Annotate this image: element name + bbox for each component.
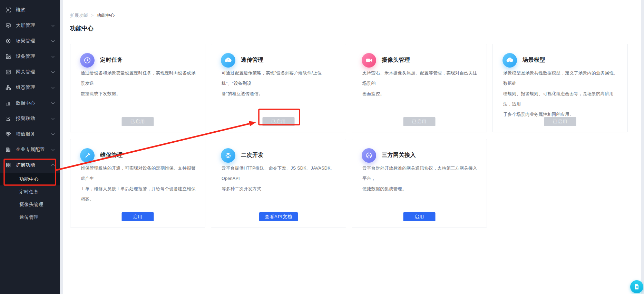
sidebar-item-gateway[interactable]: 网关管理 <box>0 64 60 80</box>
sidebar-subitem-passthrough[interactable]: 透传管理 <box>0 211 60 224</box>
sidebar-item-label: 组态管理 <box>16 84 35 91</box>
sidebar-subitem-timed-task[interactable]: 定时任务 <box>0 185 60 198</box>
card-description: 场景模型是场景共性数据模型，定义了场景内的业务属性、数据处 理规则、报警规则、可… <box>503 68 618 120</box>
enable-button[interactable]: 启用 <box>403 212 436 221</box>
wrench-icon <box>80 148 95 163</box>
sidebar-item-label: 增值服务 <box>16 131 35 137</box>
sidebar-item-extension[interactable]: 扩展功能 <box>0 157 60 173</box>
feature-card-camera: 摄像头管理支持萤石、禾木摄像头添加、配置等管理，实现对自己关注场景的 画面监控。… <box>352 44 487 132</box>
breadcrumb-separator-icon: > <box>91 13 94 18</box>
sidebar-menu: 概览大屏管理场景管理设备管理网关管理组态管理数据中心报警联动增值服务企业专属配置… <box>0 2 60 224</box>
sidebar-item-label: 场景管理 <box>16 38 35 44</box>
sidebar-item-label: 报警联动 <box>16 115 35 122</box>
sidebar-item-valueadd[interactable]: 增值服务 <box>0 126 60 142</box>
scada-icon <box>6 85 11 90</box>
sidebar-item-label: 扩展功能 <box>16 162 35 168</box>
sidebar-content-gutter <box>60 0 63 294</box>
card-description: 维保管理板块的开通，可实现对设备的定期维保。支持报警后产生 工单，维修人员接工单… <box>81 163 196 204</box>
cloud-transfer-icon <box>502 53 517 68</box>
sidebar-item-label: 设备管理 <box>16 53 35 60</box>
document-icon <box>634 284 640 290</box>
clock-icon <box>80 53 95 68</box>
feature-card-scene-model: 场景模型场景模型是场景共性数据模型，定义了场景内的业务属性、数据处 理规则、报警… <box>492 44 628 132</box>
device-icon <box>6 54 11 59</box>
value-service-icon <box>6 131 11 137</box>
card-description: 云平台对外开放标准的网关通讯协议，支持第三方网关接入平台， 便捷数据的集成管理。 <box>362 163 478 194</box>
sidebar-subitem-label: 摄像头管理 <box>19 202 43 208</box>
card-description: 支持萤石、禾木摄像头添加、配置等管理，实现对自己关注场景的 画面监控。 <box>362 68 478 99</box>
breadcrumb: 扩展功能 > 功能中心 <box>63 0 641 19</box>
sidebar-item-scada[interactable]: 组态管理 <box>0 80 60 95</box>
chevron-up-icon <box>51 164 55 167</box>
chevron-down-icon <box>51 132 55 135</box>
feature-card-passthrough: 透传管理可通过配置透传策略，实现"设备到客户端软件/上位机"、"设备到设 备"的… <box>211 44 346 132</box>
view-api-docs-button[interactable]: 查看API文档 <box>259 212 298 221</box>
card-description: 云平台提供HTTP推送、命令下发、JS SDK、JAVASDK、OpenAPI … <box>222 163 337 194</box>
header-divider <box>63 37 641 37</box>
chevron-down-icon <box>51 23 55 27</box>
enabled-button[interactable]: 已启用 <box>544 117 576 126</box>
feature-card-maintenance: 维保管理维保管理板块的开通，可实现对设备的定期维保。支持报警后产生 工单，维修人… <box>70 139 205 227</box>
feature-card-secondary-dev: 二次开发云平台提供HTTP推送、命令下发、JS SDK、JAVASDK、Open… <box>211 139 346 227</box>
camera-icon <box>362 53 376 68</box>
sidebar-item-alarm[interactable]: 报警联动 <box>0 111 60 126</box>
card-description: 通过给设备和场景变量设置定时任务，实现定时向设备或场景发送 数据流或下发数据。 <box>81 68 196 99</box>
sidebar-item-label: 概览 <box>16 7 26 13</box>
sidebar-subitem-label: 定时任务 <box>19 189 39 195</box>
enabled-button[interactable]: 已启用 <box>263 117 295 126</box>
feature-card-third-gateway: 三方网关接入云平台对外开放标准的网关通讯协议，支持第三方网关接入平台， 便捷数据… <box>352 139 487 227</box>
sidebar-subitem-camera-mgmt[interactable]: 摄像头管理 <box>0 198 60 211</box>
sidebar-item-label: 网关管理 <box>16 69 35 75</box>
bigscreen-icon <box>6 23 11 28</box>
page-title: 功能中心 <box>70 24 641 32</box>
layers-icon <box>221 148 235 163</box>
sidebar-subitem-label: 功能中心 <box>19 176 39 182</box>
card-title: 二次开发 <box>241 152 264 159</box>
feature-card-timed-task: 定时任务通过给设备和场景变量设置定时任务，实现定时向设备或场景发送 数据流或下发… <box>70 44 205 132</box>
chevron-down-icon <box>51 147 55 151</box>
sidebar: 概览大屏管理场景管理设备管理网关管理组态管理数据中心报警联动增值服务企业专属配置… <box>0 0 60 294</box>
extension-icon <box>6 162 11 168</box>
card-description: 可通过配置透传策略，实现"设备到客户端软件/上位机"、"设备到设 备"的相互透传… <box>222 68 337 99</box>
feature-cards: 定时任务通过给设备和场景变量设置定时任务，实现定时向设备或场景发送 数据流或下发… <box>63 40 641 227</box>
doc-float-button[interactable] <box>630 280 643 293</box>
chevron-down-icon <box>51 39 55 42</box>
breadcrumb-current: 功能中心 <box>97 12 115 19</box>
card-title: 摄像头管理 <box>382 57 410 64</box>
scrollbar-track[interactable] <box>641 0 644 294</box>
enabled-button[interactable]: 已启用 <box>122 117 154 126</box>
enable-button[interactable]: 启用 <box>122 212 154 221</box>
scene-icon <box>6 38 11 44</box>
card-title: 三方网关接入 <box>382 152 416 159</box>
gateway-icon <box>6 69 11 75</box>
chevron-down-icon <box>51 116 55 120</box>
app-window: 概览大屏管理场景管理设备管理网关管理组态管理数据中心报警联动增值服务企业专属配置… <box>0 0 644 294</box>
cloud-transfer-icon <box>221 53 235 68</box>
enabled-button[interactable]: 已启用 <box>403 117 436 126</box>
card-title: 透传管理 <box>241 57 264 64</box>
card-title: 维保管理 <box>100 152 123 159</box>
sidebar-item-bigscreen[interactable]: 大屏管理 <box>0 18 60 33</box>
gateway-network-icon <box>362 148 376 163</box>
datacenter-icon <box>6 100 11 106</box>
chevron-down-icon <box>51 54 55 58</box>
sidebar-item-label: 企业专属配置 <box>16 146 45 153</box>
sidebar-subitem-feature-center[interactable]: 功能中心 <box>0 173 60 185</box>
chevron-down-icon <box>51 70 55 73</box>
sidebar-item-label: 大屏管理 <box>16 22 35 29</box>
card-title: 定时任务 <box>100 57 123 64</box>
chevron-down-icon <box>51 101 55 104</box>
sidebar-subitem-label: 透传管理 <box>19 214 39 221</box>
sidebar-item-enterprise[interactable]: 企业专属配置 <box>0 142 60 157</box>
card-title: 场景模型 <box>523 57 545 64</box>
sidebar-item-device[interactable]: 设备管理 <box>0 49 60 64</box>
sidebar-item-overview[interactable]: 概览 <box>0 2 60 18</box>
main-content: 扩展功能 > 功能中心 功能中心 定时任务通过给设备和场景变量设置定时任务，实现… <box>63 0 641 294</box>
sidebar-item-datacenter[interactable]: 数据中心 <box>0 95 60 111</box>
sidebar-item-scene[interactable]: 场景管理 <box>0 33 60 49</box>
chevron-down-icon <box>51 85 55 89</box>
breadcrumb-parent[interactable]: 扩展功能 <box>70 12 88 19</box>
sidebar-item-label: 数据中心 <box>16 100 35 106</box>
enterprise-icon <box>6 147 11 152</box>
overview-icon <box>6 7 11 13</box>
